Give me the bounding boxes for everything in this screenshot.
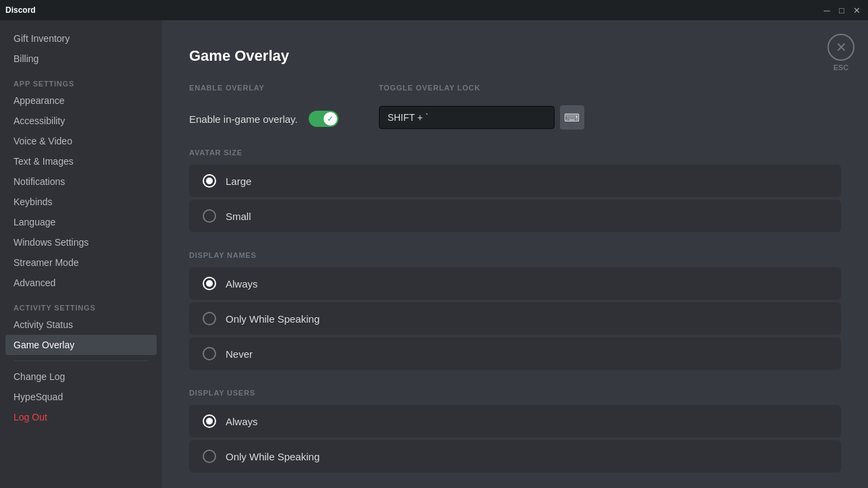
radio-large-outer — [203, 174, 216, 188]
close-icon: ✕ — [836, 39, 847, 55]
sidebar-item-appearance[interactable]: Appearance — [5, 90, 157, 111]
avatar-size-section: AVATAR SIZE Large Small — [189, 148, 841, 232]
minimize-button[interactable]: ─ — [821, 4, 833, 16]
toggle-overlay-lock-group: TOGGLE OVERLAY LOCK ⌨ — [379, 84, 584, 130]
display-names-never-label: Never — [226, 348, 253, 360]
close-window-button[interactable]: ✕ — [850, 4, 863, 16]
sidebar-item-windows-settings[interactable]: Windows Settings — [5, 232, 157, 252]
toggle-overlay-lock-label: TOGGLE OVERLAY LOCK — [379, 84, 584, 92]
avatar-size-small-label: Small — [226, 211, 251, 222]
sidebar-item-logout[interactable]: Log Out — [5, 407, 157, 427]
display-users-label: DISPLAY USERS — [189, 389, 841, 397]
enable-overlay-text: Enable in-game overlay. — [189, 113, 298, 125]
toggle-knob: ✓ — [324, 112, 337, 126]
enable-overlay-label: ENABLE OVERLAY — [189, 84, 338, 92]
sidebar-item-change-log[interactable]: Change Log — [5, 367, 157, 387]
page-title: Game Overlay — [189, 47, 841, 65]
display-names-section: DISPLAY NAMES Always Only While Speaking… — [189, 251, 841, 370]
sidebar-item-text-images[interactable]: Text & Images — [5, 151, 157, 171]
display-names-always-label: Always — [226, 278, 258, 290]
close-circle-button[interactable]: ✕ — [827, 34, 854, 61]
activity-settings-label: ACTIVITY SETTINGS — [5, 293, 157, 315]
sidebar-item-accessibility[interactable]: Accessibility — [5, 111, 157, 131]
window-controls: ─ □ ✕ — [821, 4, 863, 16]
sidebar-item-language[interactable]: Language — [5, 212, 157, 232]
sidebar-item-gift-inventory[interactable]: Gift Inventory — [5, 28, 157, 49]
sidebar-item-notifications[interactable]: Notifications — [5, 171, 157, 192]
sidebar-item-keybinds[interactable]: Keybinds — [5, 192, 157, 212]
sidebar-item-voice-video[interactable]: Voice & Video — [5, 131, 157, 151]
avatar-size-label: AVATAR SIZE — [189, 148, 841, 157]
radio-users-speaking-outer — [203, 450, 216, 463]
display-users-always-option[interactable]: Always — [189, 405, 841, 437]
sidebar-item-billing[interactable]: Billing — [5, 49, 157, 69]
avatar-size-small-option[interactable]: Small — [189, 200, 841, 232]
keybind-input[interactable] — [379, 106, 555, 129]
sidebar-item-streamer-mode[interactable]: Streamer Mode — [5, 252, 157, 273]
sidebar-item-hypesquad[interactable]: HypeSquad — [5, 387, 157, 407]
display-names-always-option[interactable]: Always — [189, 267, 841, 300]
titlebar: Discord ─ □ ✕ — [0, 0, 868, 20]
main-content: ✕ ESC Game Overlay ENABLE OVERLAY Enable… — [162, 20, 868, 488]
sidebar-separator — [14, 360, 149, 361]
app-settings-label: APP SETTINGS — [5, 69, 157, 90]
display-users-speaking-label: Only While Speaking — [226, 451, 320, 462]
display-names-speaking-label: Only While Speaking — [226, 313, 320, 325]
display-names-label: DISPLAY NAMES — [189, 251, 841, 259]
display-users-section: DISPLAY USERS Always Only While Speaking — [189, 389, 841, 472]
radio-users-always-outer — [203, 414, 216, 428]
keyboard-icon: ⌨ — [564, 111, 580, 124]
radio-large-inner — [206, 178, 213, 184]
sidebar-item-game-overlay[interactable]: Game Overlay — [5, 335, 157, 355]
display-names-speaking-option[interactable]: Only While Speaking — [189, 302, 841, 335]
radio-users-always-inner — [206, 418, 213, 425]
sidebar-item-advanced[interactable]: Advanced — [5, 273, 157, 293]
app-body: Gift Inventory Billing APP SETTINGS Appe… — [0, 20, 868, 488]
enable-overlay-group: ENABLE OVERLAY Enable in-game overlay. ✓ — [189, 84, 338, 127]
display-users-always-label: Always — [226, 416, 258, 427]
radio-names-never-outer — [203, 347, 216, 360]
avatar-size-large-option[interactable]: Large — [189, 165, 841, 197]
radio-names-always-outer — [203, 277, 216, 290]
avatar-size-large-label: Large — [226, 175, 251, 187]
app-title: Discord — [5, 5, 36, 15]
close-button-container[interactable]: ✕ ESC — [827, 34, 854, 72]
radio-names-always-inner — [206, 280, 213, 287]
radio-small-outer — [203, 209, 216, 223]
display-users-speaking-option[interactable]: Only While Speaking — [189, 440, 841, 472]
display-names-never-option[interactable]: Never — [189, 337, 841, 370]
sidebar: Gift Inventory Billing APP SETTINGS Appe… — [0, 20, 162, 488]
radio-names-speaking-outer — [203, 312, 216, 325]
toggle-check-icon: ✓ — [327, 114, 334, 124]
keybind-input-row: ⌨ — [379, 105, 584, 130]
enable-overlay-row: Enable in-game overlay. ✓ — [189, 105, 338, 127]
keyboard-icon-button[interactable]: ⌨ — [560, 105, 584, 130]
top-settings: ENABLE OVERLAY Enable in-game overlay. ✓… — [189, 84, 841, 130]
esc-label: ESC — [834, 63, 849, 72]
maximize-button[interactable]: □ — [836, 4, 848, 16]
sidebar-item-activity-status[interactable]: Activity Status — [5, 315, 157, 335]
enable-overlay-toggle[interactable]: ✓ — [309, 111, 338, 127]
